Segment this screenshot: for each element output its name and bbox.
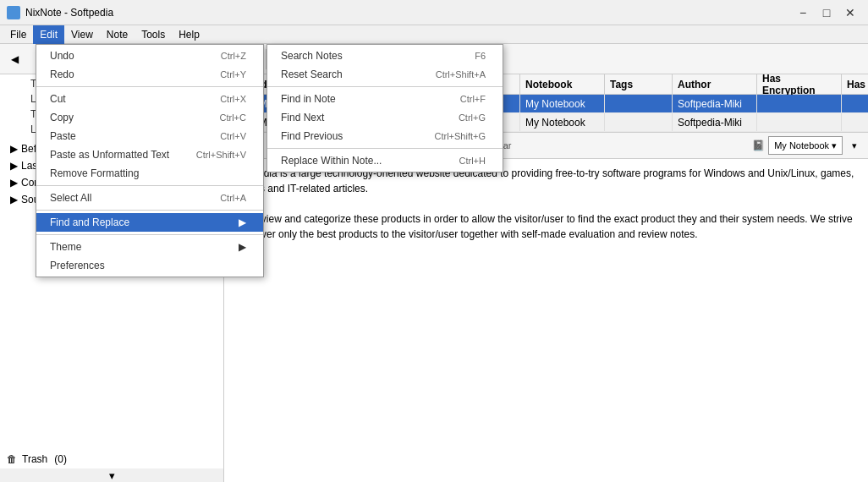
back-button[interactable]: ◀ <box>3 47 26 71</box>
menu-tools[interactable]: Tools <box>135 25 172 44</box>
window-title: NixNote - Softpedia <box>25 7 113 19</box>
menu-select-all[interactable]: Select All Ctrl+A <box>36 189 263 207</box>
menu-redo[interactable]: Redo Ctrl+Y <box>36 65 263 84</box>
title-bar: NixNote - Softpedia − □ ✕ <box>0 0 868 25</box>
menu-theme[interactable]: Theme ▶ <box>36 238 263 256</box>
menu-help[interactable]: Help <box>172 25 206 44</box>
menu-bar: File Edit View Note Tools Help <box>0 25 868 44</box>
sidebar-trash[interactable]: 🗑 Trash (0) <box>0 450 223 468</box>
menu-preferences[interactable]: Preferences <box>36 256 263 275</box>
submenu-arrow-icon: ▶ <box>239 216 246 228</box>
maximize-button[interactable]: □ <box>816 4 838 21</box>
nixnote-icon <box>7 6 20 19</box>
close-button[interactable]: ✕ <box>839 4 861 21</box>
menu-reset-search[interactable]: Reset Search Ctrl+Shift+A <box>267 65 503 84</box>
menu-sep-2 <box>36 185 263 186</box>
expand-icon-contains: ▶ <box>10 177 18 189</box>
notebook-dropdown-icon: ▾ <box>832 140 837 151</box>
menu-sep-3 <box>36 210 263 211</box>
menu-note[interactable]: Note <box>100 25 135 44</box>
menu-find-replace[interactable]: Find and Replace ▶ <box>36 213 263 232</box>
back-icon: ◀ <box>11 53 19 65</box>
menu-sep-4 <box>36 234 263 235</box>
col-has[interactable]: Has <box>842 74 868 94</box>
title-bar-controls: − □ ✕ <box>792 4 861 21</box>
menu-copy[interactable]: Copy Ctrl+C <box>36 108 263 127</box>
menu-replace-within-note[interactable]: Replace Within Note... Ctrl+H <box>267 151 503 170</box>
col-has-encryption[interactable]: Has Encryption <box>757 74 842 94</box>
notebook-button[interactable]: My Notebook ▾ <box>768 136 843 155</box>
col-author[interactable]: Author <box>673 74 757 94</box>
theme-arrow-icon: ▶ <box>239 241 246 253</box>
find-replace-submenu: Search Notes F6 Reset Search Ctrl+Shift+… <box>266 44 503 173</box>
edit-menu: Undo Ctrl+Z Redo Ctrl+Y Cut Ctrl+X Copy … <box>36 44 264 277</box>
expand-icon-before: ▶ <box>10 143 18 155</box>
menu-edit[interactable]: Edit <box>33 25 64 44</box>
menu-find-previous[interactable]: Find Previous Ctrl+Shift+G <box>267 127 503 145</box>
menu-undo[interactable]: Undo Ctrl+Z <box>36 47 263 65</box>
col-tags[interactable]: Tags <box>605 74 673 94</box>
submenu-sep-1 <box>267 86 503 87</box>
menu-paste-unformatted[interactable]: Paste as Unformatted Text Ctrl+Shift+V <box>36 145 263 164</box>
menu-search-notes[interactable]: Search Notes F6 <box>267 47 503 65</box>
menu-find-next[interactable]: Find Next Ctrl+G <box>267 108 503 127</box>
note-content[interactable]: Softpedia is a large technology-oriented… <box>224 159 868 482</box>
menu-file[interactable]: File <box>3 25 33 44</box>
notebook-selector: 📓 My Notebook ▾ ▾ <box>752 135 863 156</box>
menu-remove-formatting[interactable]: Remove Formatting <box>36 164 263 183</box>
expand-icon-last-modified: ▶ <box>10 160 18 172</box>
note-paragraph-2: We review and categorize these products … <box>234 211 858 242</box>
col-notebook[interactable]: Notebook <box>520 74 605 94</box>
notebook-extra-btn[interactable]: ▾ <box>846 135 863 156</box>
minimize-button[interactable]: − <box>792 4 814 21</box>
trash-icon: 🗑 <box>7 453 17 465</box>
sidebar-scroll-down[interactable]: ▾ <box>0 468 223 482</box>
menu-paste[interactable]: Paste Ctrl+V <box>36 127 263 145</box>
menu-sep-1 <box>36 86 263 87</box>
menu-find-in-note[interactable]: Find in Note Ctrl+F <box>267 90 503 108</box>
title-bar-left: NixNote - Softpedia <box>7 6 113 19</box>
notebook-icon: 📓 <box>752 140 765 151</box>
menu-view[interactable]: View <box>64 25 100 44</box>
menu-cut[interactable]: Cut Ctrl+X <box>36 90 263 108</box>
expand-icon-source: ▶ <box>10 194 18 205</box>
submenu-sep-2 <box>267 148 503 149</box>
